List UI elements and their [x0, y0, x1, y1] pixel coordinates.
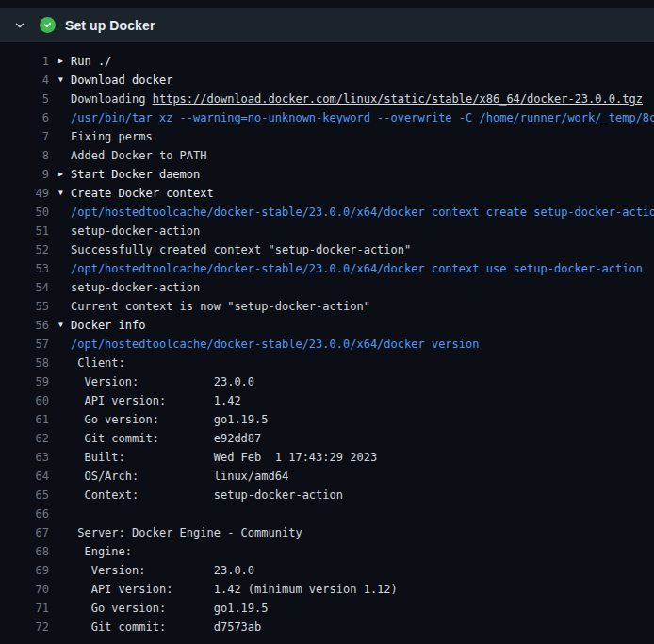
arrow-spacer: [58, 297, 71, 316]
log-line: 68 Engine:: [0, 542, 654, 561]
line-number[interactable]: 50: [11, 203, 49, 222]
log-text: /usr/bin/tar xz --warning=no-unknown-key…: [71, 108, 654, 127]
group-collapsed-arrow-icon[interactable]: ▶: [58, 52, 71, 71]
log-link[interactable]: https://download.docker.com/linux/static…: [153, 92, 643, 106]
group-expanded-arrow-icon[interactable]: ▼: [58, 71, 71, 90]
log-text: Added Docker to PATH: [71, 146, 207, 165]
arrow-spacer: [58, 410, 71, 429]
log-line: 65 Context: setup-docker-action: [0, 486, 654, 504]
log-text: Fixing perms: [71, 127, 153, 146]
line-number[interactable]: 62: [11, 429, 49, 448]
line-number[interactable]: 69: [11, 561, 49, 580]
arrow-spacer: [58, 391, 71, 410]
log-text: OS/Arch: linux/amd64: [71, 467, 288, 486]
line-number[interactable]: 57: [11, 335, 49, 354]
line-number[interactable]: 53: [11, 259, 49, 278]
log-line: 54setup-docker-action: [0, 278, 654, 297]
log-group-line[interactable]: 4▼Download docker: [0, 71, 654, 90]
log-line: 67 Server: Docker Engine - Community: [0, 523, 654, 542]
line-number[interactable]: 72: [11, 618, 49, 636]
log-group-line[interactable]: 1▶Run ./: [0, 52, 654, 71]
line-number[interactable]: 59: [11, 372, 49, 391]
log-text-prefix: Downloading: [71, 92, 153, 106]
log-text: API version: 1.42 (minimum version 1.12): [71, 580, 398, 599]
line-number[interactable]: 66: [11, 504, 49, 523]
group-expanded-arrow-icon[interactable]: ▼: [58, 184, 71, 203]
log-text: Download docker: [71, 71, 172, 90]
log-text: /opt/hostedtoolcache/docker-stable/23.0.…: [71, 203, 654, 222]
log-text: Successfully created context "setup-dock…: [71, 240, 411, 259]
arrow-spacer: [58, 259, 71, 278]
log-line: 66: [0, 504, 654, 523]
line-number[interactable]: 51: [11, 222, 49, 240]
line-number[interactable]: 54: [11, 278, 49, 297]
line-number[interactable]: 8: [11, 146, 49, 165]
arrow-spacer: [58, 599, 71, 618]
chevron-down-icon[interactable]: [13, 19, 26, 32]
log-text: Engine:: [71, 542, 132, 561]
log-text: setup-docker-action: [71, 222, 200, 240]
arrow-spacer: [58, 222, 71, 240]
log-line: 55Current context is now "setup-docker-a…: [0, 297, 654, 316]
log-text: Built: Wed Feb 1 17:43:29 2023: [71, 448, 377, 467]
log-text: Start Docker daemon: [71, 165, 200, 184]
log-line: 57/opt/hostedtoolcache/docker-stable/23.…: [0, 335, 654, 354]
arrow-spacer: [58, 486, 71, 504]
log-line: 52Successfully created context "setup-do…: [0, 240, 654, 259]
log-line: 5Downloading https://download.docker.com…: [0, 90, 654, 108]
log-text: Git commit: e92dd87: [71, 429, 261, 448]
log-text: Create Docker context: [71, 184, 214, 203]
step-header[interactable]: Set up Docker: [0, 8, 654, 42]
log-text: Git commit: d7573ab: [71, 618, 261, 636]
success-check-icon: [40, 17, 56, 33]
log-line: 50/opt/hostedtoolcache/docker-stable/23.…: [0, 203, 654, 222]
log-line: 61 Go version: go1.19.5: [0, 410, 654, 429]
log-line: 7Fixing perms: [0, 127, 654, 146]
line-number[interactable]: 9: [11, 165, 49, 184]
line-number[interactable]: 60: [11, 391, 49, 410]
line-number[interactable]: 61: [11, 410, 49, 429]
log-group-line[interactable]: 56▼Docker info: [0, 316, 654, 335]
arrow-spacer: [58, 146, 71, 165]
line-number[interactable]: 4: [11, 71, 49, 90]
arrow-spacer: [58, 335, 71, 354]
line-number[interactable]: 67: [11, 523, 49, 542]
arrow-spacer: [58, 542, 71, 561]
arrow-spacer: [58, 561, 71, 580]
line-number[interactable]: 49: [11, 184, 49, 203]
line-number[interactable]: 70: [11, 580, 49, 599]
log-line: 53/opt/hostedtoolcache/docker-stable/23.…: [0, 259, 654, 278]
log-text: API version: 1.42: [71, 391, 241, 410]
arrow-spacer: [58, 429, 71, 448]
line-number[interactable]: 52: [11, 240, 49, 259]
log-text: Server: Docker Engine - Community: [71, 523, 302, 542]
log-line: 63 Built: Wed Feb 1 17:43:29 2023: [0, 448, 654, 467]
arrow-spacer: [58, 240, 71, 259]
group-collapsed-arrow-icon[interactable]: ▶: [58, 165, 71, 184]
line-number[interactable]: 1: [11, 52, 49, 71]
line-number[interactable]: 68: [11, 542, 49, 561]
log-text: Version: 23.0.0: [71, 561, 254, 580]
line-number[interactable]: 58: [11, 354, 49, 372]
line-number[interactable]: 56: [11, 316, 49, 335]
arrow-spacer: [58, 127, 71, 146]
group-expanded-arrow-icon[interactable]: ▼: [58, 316, 71, 335]
line-number[interactable]: 71: [11, 599, 49, 618]
line-number[interactable]: 6: [11, 108, 49, 127]
log-line: 60 API version: 1.42: [0, 391, 654, 410]
log-line: 70 API version: 1.42 (minimum version 1.…: [0, 580, 654, 599]
line-number[interactable]: 5: [11, 90, 49, 108]
line-number[interactable]: 64: [11, 467, 49, 486]
line-number[interactable]: 7: [11, 127, 49, 146]
log-line: 8Added Docker to PATH: [0, 146, 654, 165]
log-lines: 1▶Run ./4▼Download docker5Downloading ht…: [0, 52, 654, 636]
arrow-spacer: [58, 203, 71, 222]
line-number[interactable]: 65: [11, 486, 49, 504]
log-line: 64 OS/Arch: linux/amd64: [0, 467, 654, 486]
line-number[interactable]: 63: [11, 448, 49, 467]
log-group-line[interactable]: 49▼Create Docker context: [0, 184, 654, 203]
arrow-spacer: [58, 108, 71, 127]
log-text: Client:: [71, 354, 125, 372]
line-number[interactable]: 55: [11, 297, 49, 316]
log-group-line[interactable]: 9▶Start Docker daemon: [0, 165, 654, 184]
